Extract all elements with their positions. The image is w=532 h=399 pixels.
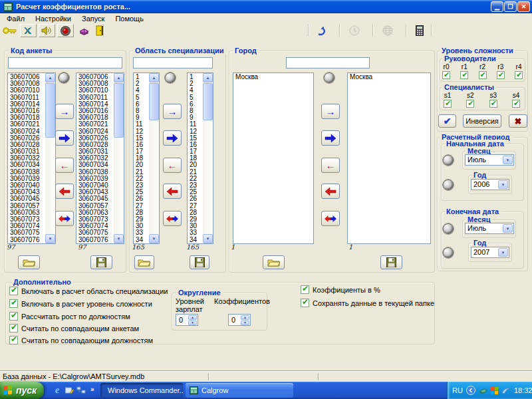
network-places-icon[interactable] <box>76 385 86 396</box>
list-item[interactable]: Москва <box>233 74 313 80</box>
menu-file[interactable]: Файл <box>1 15 30 23</box>
undo-icon[interactable] <box>313 24 329 37</box>
spec-filter-input[interactable] <box>133 57 213 68</box>
record-icon[interactable] <box>57 24 74 37</box>
city-filter-input[interactable] <box>286 57 370 68</box>
city-selected-list[interactable]: Москва <box>347 72 431 244</box>
clock-time[interactable]: 18:32 <box>514 386 532 394</box>
option-matching-positions[interactable]: Считать по совпадающим должностям <box>9 336 153 344</box>
anketa-move-all-right-button[interactable] <box>55 130 74 146</box>
checkbox-s1[interactable] <box>444 100 452 108</box>
scroll-thumb[interactable] <box>45 83 55 138</box>
end-year-select[interactable]: 2007 ▼ <box>471 247 509 258</box>
tray-app-icon-3[interactable] <box>501 386 511 395</box>
spec-move-left-button[interactable]: ← <box>163 158 182 173</box>
anketa-move-left-button[interactable]: ← <box>55 158 74 173</box>
spinner-buttons[interactable]: ▲▼ <box>188 315 197 325</box>
tray-collapse-chevron-icon[interactable] <box>466 386 475 395</box>
language-indicator[interactable]: RU <box>452 386 463 394</box>
rounding-coef-spinner[interactable]: 0 ▲▼ <box>228 314 251 326</box>
menu-run[interactable]: Запуск <box>76 15 110 23</box>
checkbox-r2[interactable] <box>479 71 487 79</box>
option-matching-questionnaires[interactable]: Считать по совпадающим анкетам <box>9 324 139 332</box>
scrollbar[interactable]: ▲ ▼ <box>149 73 159 243</box>
spec-move-all-right-button[interactable] <box>163 130 182 146</box>
checkbox[interactable] <box>9 336 18 344</box>
scroll-thumb[interactable] <box>203 83 213 120</box>
city-save-button[interactable] <box>380 255 402 269</box>
spec-move-right-button[interactable]: → <box>163 104 182 119</box>
checkbox-r1[interactable] <box>460 71 468 79</box>
city-swap-button[interactable] <box>321 211 340 226</box>
scroll-down-icon[interactable]: ▼ <box>203 234 213 243</box>
chevron-down-icon[interactable]: ▼ <box>498 180 508 189</box>
checkbox[interactable] <box>9 324 18 332</box>
spec-move-all-left-button[interactable] <box>163 184 182 199</box>
scroll-up-icon[interactable]: ▲ <box>114 73 124 82</box>
scroll-up-icon[interactable]: ▲ <box>45 73 55 82</box>
chevron-down-icon[interactable]: ▼ <box>498 248 508 257</box>
checkbox[interactable] <box>9 312 18 321</box>
checkbox[interactable] <box>9 287 18 295</box>
city-move-right-button[interactable]: → <box>321 104 340 119</box>
checkbox[interactable] <box>301 299 309 307</box>
checkbox[interactable] <box>301 285 309 294</box>
city-move-all-right-button[interactable] <box>321 130 340 146</box>
quick-launch-overflow-chevron[interactable]: » <box>90 386 94 393</box>
complexity-invert-button[interactable]: Инверсия <box>463 114 501 128</box>
checkbox-s4[interactable] <box>512 100 520 108</box>
maximize-button[interactable]: ❐ <box>504 1 517 12</box>
chevron-down-icon[interactable]: ▼ <box>503 224 513 233</box>
key-icon[interactable] <box>1 24 18 37</box>
ie-icon[interactable]: e <box>52 385 63 396</box>
scroll-up-icon[interactable]: ▲ <box>203 73 213 82</box>
city-source-list[interactable]: Москва <box>233 72 314 244</box>
taskbar-task-calgrow[interactable]: Calgrow <box>186 383 293 398</box>
spec-swap-button[interactable] <box>163 211 182 226</box>
calculator-icon[interactable] <box>411 24 428 37</box>
end-month-select[interactable]: Июль ▼ <box>465 223 514 234</box>
menu-settings[interactable]: Настройки <box>30 15 76 23</box>
anketa-move-all-left-button[interactable] <box>55 184 74 199</box>
list-item[interactable]: Москва <box>348 74 430 80</box>
spec-open-button[interactable] <box>134 255 154 269</box>
scroll-down-icon[interactable]: ▼ <box>149 234 159 243</box>
anketa-save-button[interactable] <box>90 255 112 269</box>
option-save-current-folder[interactable]: Сохранять данные в текущей папке <box>301 299 434 307</box>
option-include-complexity[interactable]: Включать в расчет уровень сложности <box>9 299 152 308</box>
checkbox-r3[interactable] <box>497 71 505 79</box>
checkbox-s3[interactable] <box>489 100 497 108</box>
spinner-buttons[interactable]: ▲▼ <box>241 315 249 325</box>
scroll-up-icon[interactable]: ▲ <box>149 73 159 82</box>
checkbox[interactable] <box>9 299 18 308</box>
speaker-icon[interactable] <box>39 24 55 37</box>
rounding-levels-spinner[interactable]: 0 ▲▼ <box>176 314 198 326</box>
scroll-down-icon[interactable]: ▼ <box>114 234 124 243</box>
exit-door-icon[interactable] <box>92 24 108 37</box>
show-desktop-icon[interactable] <box>64 385 74 396</box>
option-include-specialization[interactable]: Включать в расчет область специализации <box>9 287 168 295</box>
scroll-down-icon[interactable]: ▼ <box>45 234 55 243</box>
complexity-check-all-button[interactable]: ✔ <box>438 114 456 128</box>
taskbar-task-windows-commander[interactable]: Windows Commander... <box>100 383 183 398</box>
spin-down-icon[interactable]: ▼ <box>241 321 249 325</box>
start-year-select[interactable]: 2006 ▼ <box>471 179 509 190</box>
start-button[interactable]: пуск <box>0 382 44 399</box>
close-button[interactable]: ✕ <box>517 1 530 12</box>
spin-up-icon[interactable]: ▲ <box>241 315 249 320</box>
city-open-button[interactable] <box>263 255 285 269</box>
anketa-swap-button[interactable] <box>55 211 74 226</box>
complexity-clear-all-button[interactable]: ✖ <box>509 114 527 128</box>
checkbox-s2[interactable] <box>466 100 474 108</box>
book-icon[interactable] <box>76 24 92 37</box>
excel-icon[interactable]: X <box>20 24 37 37</box>
option-growth-by-positions[interactable]: Рассчитать рост по должностям <box>9 312 130 321</box>
checkbox-r0[interactable] <box>442 71 450 79</box>
anketa-move-right-button[interactable]: → <box>55 104 74 119</box>
start-month-select[interactable]: Июль ▼ <box>465 154 514 166</box>
scrollbar[interactable]: ▲ ▼ <box>203 73 213 243</box>
scrollbar[interactable]: ▲ ▼ <box>45 73 55 243</box>
option-coefficients-percent[interactable]: Коэффициенты в % <box>301 285 380 294</box>
tray-app-icon-2[interactable] <box>491 386 498 395</box>
scrollbar[interactable]: ▲ ▼ <box>114 73 124 243</box>
